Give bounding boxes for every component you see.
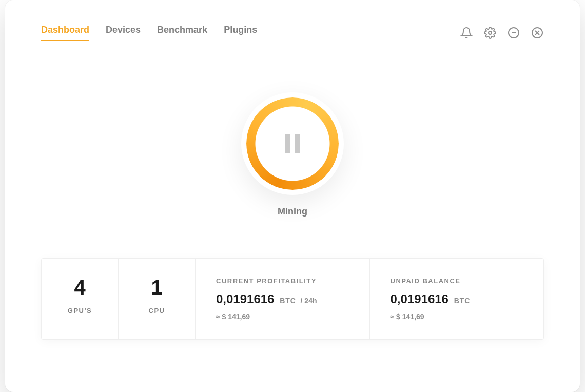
balance-btc: 0,0191616 — [391, 292, 449, 306]
profitability-per: / 24h — [301, 297, 317, 305]
app-window: Dashboard Devices Benchmark Plugins — [5, 0, 580, 392]
cpu-count: 1 — [139, 277, 174, 298]
minimize-icon[interactable] — [507, 26, 520, 40]
nav-tabs: Dashboard Devices Benchmark Plugins — [41, 25, 257, 41]
balance-amount: 0,0191616 BTC — [391, 292, 523, 306]
close-icon[interactable] — [531, 26, 544, 40]
profitability-approx: ≈ $ 141,69 — [216, 312, 349, 321]
topbar-actions — [460, 26, 544, 40]
pause-icon — [285, 134, 300, 153]
tab-benchmark[interactable]: Benchmark — [157, 25, 207, 41]
profitability-unit: BTC — [280, 297, 296, 305]
stat-card-profitability: CURRENT PROFITABILITY 0,0191616 BTC / 24… — [196, 259, 370, 339]
profitability-title: CURRENT PROFITABILITY — [216, 277, 349, 285]
mining-toggle-button[interactable] — [241, 92, 344, 195]
tab-plugins[interactable]: Plugins — [224, 25, 257, 41]
svg-point-0 — [489, 31, 492, 34]
stat-card-cpu: 1 CPU — [119, 259, 196, 339]
balance-unit: BTC — [454, 297, 471, 305]
gear-icon[interactable] — [483, 26, 497, 40]
tab-dashboard[interactable]: Dashboard — [41, 25, 89, 41]
stats-row: 4 GPU'S 1 CPU CURRENT PROFITABILITY 0,01… — [41, 258, 544, 340]
profitability-amount: 0,0191616 BTC / 24h — [216, 292, 349, 306]
tab-devices[interactable]: Devices — [106, 25, 141, 41]
mining-section: Mining — [41, 92, 544, 217]
topbar: Dashboard Devices Benchmark Plugins — [41, 25, 544, 41]
gpu-count: 4 — [62, 277, 98, 298]
stat-card-gpu: 4 GPU'S — [42, 259, 119, 339]
mining-status-label: Mining — [278, 206, 307, 217]
balance-approx: ≈ $ 141,69 — [391, 312, 523, 321]
balance-title: UNPAID BALANCE — [391, 277, 523, 285]
gpu-label: GPU'S — [62, 307, 98, 315]
cpu-label: CPU — [139, 307, 174, 315]
profitability-btc: 0,0191616 — [216, 292, 274, 306]
stat-card-balance: UNPAID BALANCE 0,0191616 BTC ≈ $ 141,69 — [370, 259, 544, 339]
bell-icon[interactable] — [460, 26, 473, 40]
